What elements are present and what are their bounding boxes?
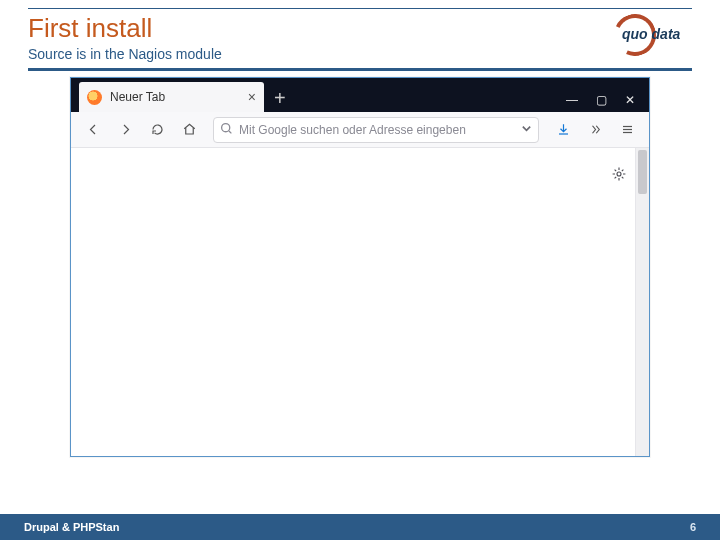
address-bar-placeholder: Mit Google suchen oder Adresse eingeben (239, 123, 515, 137)
slide-header: First install Source is in the Nagios mo… (0, 0, 720, 71)
new-tab-button[interactable]: + (264, 88, 296, 112)
svg-point-1 (617, 172, 621, 176)
downloads-button[interactable] (549, 116, 577, 144)
browser-window: Neuer Tab × + — ▢ ✕ (70, 77, 650, 457)
slide-footer: Drupal & PHPStan 6 (0, 514, 720, 540)
settings-gear-icon[interactable] (611, 166, 627, 182)
minimize-icon[interactable]: — (566, 94, 578, 106)
page-title: First install (28, 13, 692, 44)
maximize-icon[interactable]: ▢ (596, 94, 607, 106)
close-tab-icon[interactable]: × (248, 90, 256, 104)
logo-text: quo data (622, 26, 680, 42)
page-number: 6 (690, 521, 696, 533)
window-controls: — ▢ ✕ (566, 94, 649, 112)
menu-button[interactable] (613, 116, 641, 144)
brand-logo: quo data (614, 14, 692, 58)
svg-point-0 (222, 123, 230, 131)
tab-strip: Neuer Tab × + — ▢ ✕ (71, 78, 649, 112)
browser-toolbar: Mit Google suchen oder Adresse eingeben (71, 112, 649, 148)
chevron-down-icon[interactable] (521, 123, 532, 137)
page-subtitle: Source is in the Nagios module (28, 46, 692, 62)
home-button[interactable] (175, 116, 203, 144)
overflow-button[interactable] (581, 116, 609, 144)
firefox-icon (87, 90, 102, 105)
search-icon (220, 122, 233, 138)
scroll-thumb[interactable] (638, 150, 647, 194)
page-viewport: ▴ (71, 148, 649, 456)
footer-text: Drupal & PHPStan (24, 521, 119, 533)
address-bar[interactable]: Mit Google suchen oder Adresse eingeben (213, 117, 539, 143)
close-window-icon[interactable]: ✕ (625, 94, 635, 106)
vertical-scrollbar[interactable]: ▴ (635, 148, 649, 456)
back-button[interactable] (79, 116, 107, 144)
slide-content: Neuer Tab × + — ▢ ✕ (0, 71, 720, 514)
divider-thin (28, 8, 692, 9)
divider-thick (28, 68, 692, 71)
forward-button[interactable] (111, 116, 139, 144)
reload-button[interactable] (143, 116, 171, 144)
tab-title: Neuer Tab (110, 90, 240, 104)
tab-active[interactable]: Neuer Tab × (79, 82, 264, 112)
